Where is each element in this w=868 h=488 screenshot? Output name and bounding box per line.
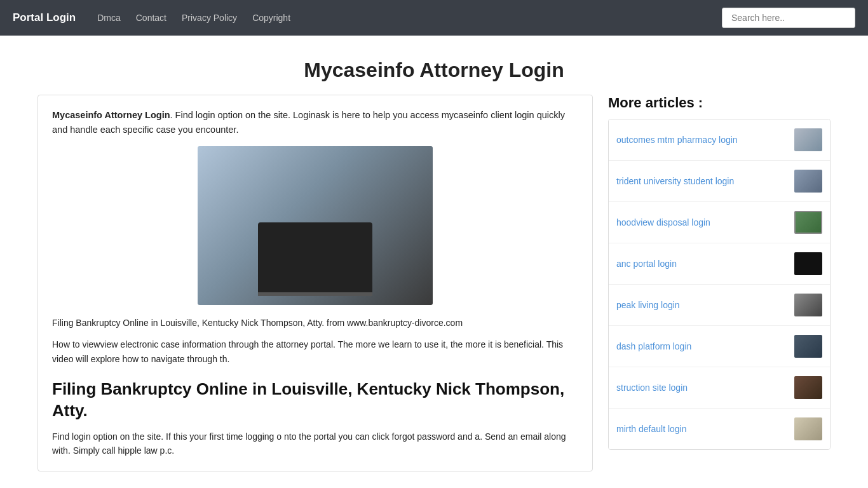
article-thumb-3: [794, 252, 822, 275]
article-item: anc portal login: [609, 243, 830, 285]
article-link-2[interactable]: hoodview disposal login: [616, 217, 788, 227]
nav-link-contact[interactable]: Contact: [136, 13, 166, 23]
search-box: [722, 8, 855, 28]
article-link-0[interactable]: outcomes mtm pharmacy login: [616, 135, 788, 145]
intro-bold: Mycaseinfo Attorney Login: [52, 110, 170, 120]
nav-link-privacy[interactable]: Privacy Policy: [182, 13, 237, 23]
brand-logo[interactable]: Portal Login: [13, 11, 76, 24]
article-item: hoodview disposal login: [609, 202, 830, 243]
nav-link-copyright[interactable]: Copyright: [252, 13, 290, 23]
main-column: Mycaseinfo Attorney Login. Find login op…: [37, 95, 593, 471]
article-thumb-2: [794, 211, 822, 234]
article-link-6[interactable]: struction site login: [616, 383, 788, 393]
article-thumb-5: [794, 335, 822, 358]
sidebar: More articles : outcomes mtm pharmacy lo…: [608, 95, 831, 471]
article-item: trident university student login: [609, 161, 830, 202]
article-link-4[interactable]: peak living login: [616, 300, 788, 310]
page-title: Mycaseinfo Attorney Login: [0, 58, 868, 82]
caption-2: How to viewview electronic case informat…: [52, 337, 578, 366]
article-thumb-7: [794, 417, 822, 440]
article-item: outcomes mtm pharmacy login: [609, 119, 830, 161]
hero-image: [198, 146, 433, 305]
article-link-3[interactable]: anc portal login: [616, 259, 788, 269]
nav-link-dmca[interactable]: Dmca: [97, 13, 121, 23]
section-body: Find login option on the site. If this y…: [52, 430, 578, 458]
search-input[interactable]: [722, 8, 855, 28]
article-item: dash platform login: [609, 326, 830, 367]
navbar: Portal Login Dmca Contact Privacy Policy…: [0, 0, 868, 36]
more-articles-title: More articles :: [608, 95, 831, 111]
article-link-5[interactable]: dash platform login: [616, 341, 788, 351]
article-link-1[interactable]: trident university student login: [616, 176, 788, 186]
article-item: mirth default login: [609, 409, 830, 449]
article-list: outcomes mtm pharmacy logintrident unive…: [608, 119, 831, 450]
section-heading: Filing Bankruptcy Online in Louisville, …: [52, 379, 578, 422]
article-thumb-6: [794, 376, 822, 399]
article-item: struction site login: [609, 367, 830, 409]
intro-paragraph: Mycaseinfo Attorney Login. Find login op…: [52, 108, 578, 137]
article-link-7[interactable]: mirth default login: [616, 424, 788, 434]
article-item: peak living login: [609, 285, 830, 326]
caption-1: Filing Bankruptcy Online in Louisville, …: [52, 316, 578, 330]
article-thumb-4: [794, 294, 822, 316]
article-thumb-0: [794, 128, 822, 151]
article-thumb-1: [794, 170, 822, 193]
content-area: Mycaseinfo Attorney Login. Find login op…: [27, 95, 841, 488]
